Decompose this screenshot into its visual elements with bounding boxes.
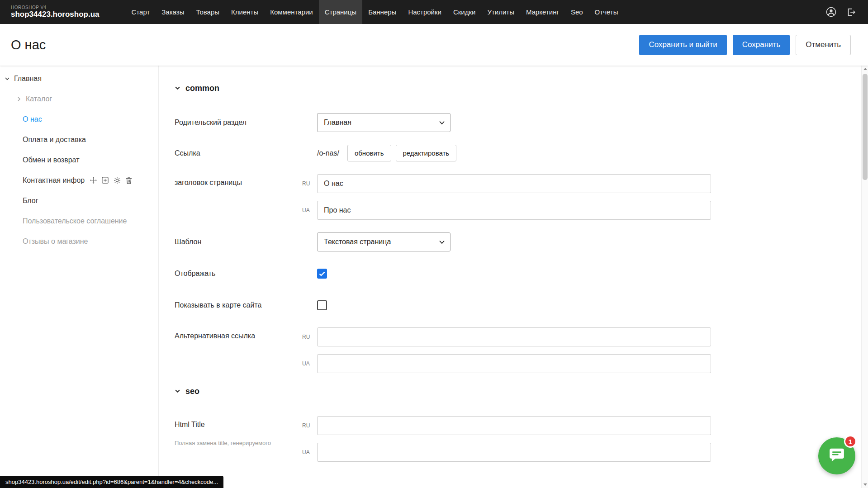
scrollbar-thumb[interactable]	[863, 74, 868, 180]
nav-item-orders[interactable]: Заказы	[156, 0, 190, 24]
html-title-row: Html Title Полная замена title, генериру…	[175, 416, 861, 462]
nav-item-start[interactable]: Старт	[126, 0, 156, 24]
save-button[interactable]: Сохранить	[733, 35, 790, 55]
nav-item-discounts[interactable]: Скидки	[447, 0, 481, 24]
tree-item-payment-delivery[interactable]: Оплата и доставка	[0, 129, 158, 150]
edit-link-button[interactable]: редактировать	[396, 145, 457, 161]
link-path-value: /o-nas/	[317, 149, 339, 157]
html-title-ru-input[interactable]	[317, 416, 711, 435]
tree-item-label: Контактная инфор	[23, 176, 85, 185]
tree-item-contact-info[interactable]: Контактная инфор	[0, 170, 158, 190]
nav-item-clients[interactable]: Клиенты	[225, 0, 264, 24]
alt-link-ru-input[interactable]	[317, 327, 711, 346]
nav-item-marketing[interactable]: Маркетинг	[520, 0, 565, 24]
nav-item-utilities[interactable]: Утилиты	[481, 0, 520, 24]
display-row: Отображать	[175, 264, 861, 283]
cancel-button[interactable]: Отменить	[796, 35, 851, 55]
page-edit-form: common Родительский раздел Главная Ссылк…	[159, 66, 861, 488]
page-header: О нас Сохранить и выйти Сохранить Отмени…	[0, 24, 868, 66]
alt-link-ua-input[interactable]	[317, 354, 711, 373]
tree-item-about-us[interactable]: О нас	[0, 109, 158, 129]
lang-badge-ru: RU	[302, 180, 317, 187]
page-heading-label: заголовок страницы	[175, 179, 302, 187]
link-label: Ссылка	[175, 149, 302, 157]
tree-item-exchange-return[interactable]: Обмен и возврат	[0, 150, 158, 170]
refresh-link-button[interactable]: обновить	[347, 145, 391, 161]
vertical-scrollbar[interactable]	[861, 66, 868, 488]
scroll-down-arrow[interactable]	[862, 481, 868, 488]
selected-value: Главная	[324, 118, 351, 127]
sitemap-checkbox[interactable]	[317, 300, 327, 310]
lang-badge-ua: UA	[302, 207, 317, 213]
tree-item-blog[interactable]: Блог	[0, 190, 158, 211]
alt-link-row: Альтернативная ссылка RU UA	[175, 327, 861, 373]
section-title: common	[185, 84, 219, 93]
brand-version: HOROSHOP V4	[11, 5, 100, 10]
parent-section-row: Родительский раздел Главная	[175, 113, 861, 132]
account-icon[interactable]	[826, 7, 836, 17]
tree-item-label: О нас	[23, 115, 42, 123]
lang-badge-ua: UA	[302, 360, 317, 367]
alt-link-label: Альтернативная ссылка	[175, 332, 302, 340]
parent-section-select[interactable]: Главная	[317, 113, 451, 132]
parent-section-label: Родительский раздел	[175, 118, 302, 127]
sitemap-row: Показывать в карте сайта	[175, 296, 861, 315]
html-title-ua-input[interactable]	[317, 443, 711, 462]
html-title-hint: Полная замена title, генерируемого	[175, 440, 302, 447]
page-heading-ua-input[interactable]	[317, 201, 711, 220]
tree-item-label: Главная	[14, 75, 42, 83]
nav-item-comments[interactable]: Комментарии	[264, 0, 318, 24]
brand[interactable]: HOROSHOP V4 shop34423.horoshop.ua	[11, 0, 100, 24]
chat-unread-badge: 1	[844, 435, 857, 448]
tree-item-home[interactable]: Главная	[0, 68, 158, 89]
section-title: seo	[185, 387, 199, 396]
top-navigation: Старт Заказы Товары Клиенты Комментарии …	[126, 0, 624, 24]
lang-badge-ru: RU	[302, 422, 317, 429]
page-heading-ru-input[interactable]	[317, 174, 711, 193]
chevron-down-icon	[439, 240, 445, 244]
logout-icon[interactable]	[846, 7, 856, 17]
save-and-exit-button[interactable]: Сохранить и выйти	[639, 35, 726, 55]
chat-bubble-icon	[828, 446, 845, 465]
display-checkbox[interactable]	[317, 269, 327, 279]
tree-item-label: Оплата и доставка	[23, 136, 86, 144]
page-title: О нас	[11, 38, 46, 52]
nav-item-reports[interactable]: Отчеты	[589, 0, 624, 24]
pages-tree-sidebar: Главная Каталог О нас Оплата и доставка …	[0, 66, 159, 488]
tree-item-label: Пользовательское соглашение	[23, 217, 127, 225]
lang-badge-ua: UA	[302, 449, 317, 455]
template-select[interactable]: Текстовая страница	[317, 232, 451, 251]
html-title-label: Html Title	[175, 421, 302, 429]
scroll-up-arrow[interactable]	[862, 66, 868, 72]
topbar: HOROSHOP V4 shop34423.horoshop.ua Старт …	[0, 0, 868, 24]
link-row: Ссылка /o-nas/ обновить редактировать	[175, 145, 861, 161]
settings-gear-icon[interactable]	[114, 177, 121, 184]
chat-launcher[interactable]: 1	[818, 437, 855, 474]
tree-item-user-agreement[interactable]: Пользовательское соглашение	[0, 211, 158, 231]
nav-item-seo[interactable]: Seo	[565, 0, 589, 24]
tree-item-store-reviews[interactable]: Отзывы о магазине	[0, 231, 158, 251]
tree-item-label: Блог	[23, 197, 38, 205]
sitemap-label: Показывать в карте сайта	[175, 301, 302, 309]
nav-item-pages[interactable]: Страницы	[319, 0, 362, 24]
section-seo-header[interactable]: seo	[175, 387, 861, 396]
drag-move-icon[interactable]	[90, 177, 97, 184]
nav-item-settings[interactable]: Настройки	[402, 0, 447, 24]
nav-item-products[interactable]: Товары	[190, 0, 225, 24]
tree-item-catalog[interactable]: Каталог	[0, 89, 158, 109]
chevron-down-icon	[439, 121, 445, 125]
chevron-right-icon[interactable]	[16, 96, 23, 102]
template-label: Шаблон	[175, 238, 302, 246]
add-page-icon[interactable]	[102, 177, 109, 184]
chevron-down-icon[interactable]	[5, 76, 11, 81]
tree-item-label: Каталог	[26, 95, 52, 103]
page-heading-row: заголовок страницы RU UA	[175, 174, 861, 220]
nav-item-banners[interactable]: Баннеры	[362, 0, 402, 24]
selected-value: Текстовая страница	[324, 238, 391, 246]
display-label: Отображать	[175, 270, 302, 278]
template-row: Шаблон Текстовая страница	[175, 232, 861, 251]
section-common-header[interactable]: common	[175, 84, 861, 93]
delete-trash-icon[interactable]	[126, 177, 132, 184]
lang-badge-ru: RU	[302, 334, 317, 340]
chevron-down-icon	[175, 387, 180, 396]
